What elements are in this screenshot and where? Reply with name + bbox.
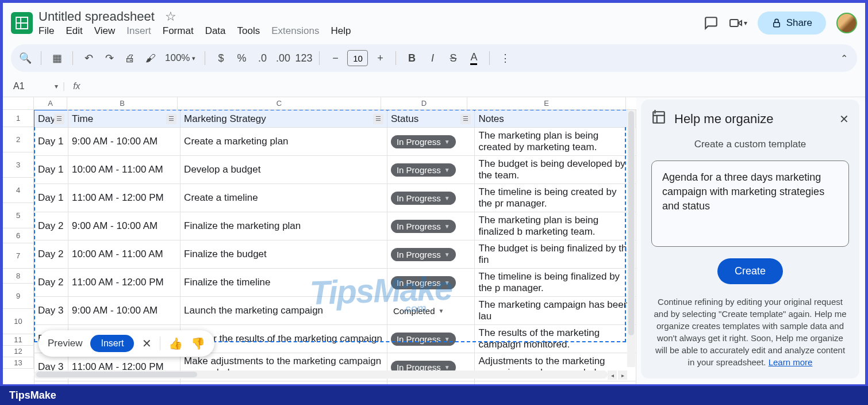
close-panel-icon[interactable]: ✕	[839, 112, 849, 126]
row-header[interactable]: 6	[3, 228, 34, 243]
row-header[interactable]: 12	[3, 346, 34, 357]
cell[interactable]: 11:00 AM - 12:00 PM	[68, 184, 180, 212]
decrease-font-icon[interactable]: −	[327, 49, 344, 67]
cell[interactable]: In Progress▼	[387, 269, 474, 297]
collapse-toolbar-icon[interactable]: ⌃	[840, 53, 848, 64]
menu-insert[interactable]: Insert	[126, 25, 151, 37]
cell[interactable]: 10:00 AM - 11:00 AM	[68, 240, 180, 269]
cell[interactable]: Finalize the marketing plan	[180, 212, 387, 240]
row-header[interactable]: 9	[3, 284, 34, 309]
cell[interactable]: 9:00 AM - 10:00 AM	[68, 212, 180, 240]
cell[interactable]: Day 2	[34, 269, 68, 297]
col-header-e[interactable]: E	[467, 97, 626, 109]
cell[interactable]: The budget is being finalized by the fin	[475, 240, 636, 269]
header-cell[interactable]: Marketing Strategy☰	[180, 110, 387, 128]
row-header[interactable]: 5	[3, 203, 34, 228]
cell[interactable]: The marketing plan is being created by m…	[475, 128, 636, 156]
print-icon[interactable]: 🖨	[121, 49, 139, 67]
thumbs-up-icon[interactable]: 👍	[168, 337, 183, 350]
decrease-decimal-icon[interactable]: .0	[254, 49, 271, 67]
name-box[interactable]: A1▾	[11, 81, 63, 91]
sheet-nav-left[interactable]: ◂	[608, 370, 617, 380]
percent-icon[interactable]: %	[233, 49, 250, 67]
cell[interactable]: Day 2	[34, 240, 68, 269]
row-header[interactable]: 3	[3, 152, 34, 178]
redo-icon[interactable]: ↷	[101, 49, 118, 67]
row-header[interactable]: 7	[3, 243, 34, 269]
header-cell[interactable]: Day☰	[34, 110, 68, 128]
document-title[interactable]: Untitled spreadsheet	[39, 9, 155, 24]
filter-icon[interactable]: ☰	[460, 114, 471, 124]
learn-more-link[interactable]: Learn more	[769, 357, 813, 367]
cell[interactable]: Finalize the budget	[180, 240, 387, 269]
create-button[interactable]: Create	[717, 258, 783, 284]
filter-icon[interactable]: ☰	[373, 114, 383, 124]
vertical-scrollbar[interactable]	[627, 110, 635, 367]
cell[interactable]: The marketing campaign has been lau	[475, 297, 636, 325]
sheet-nav-right[interactable]: ▸	[618, 370, 627, 380]
cell[interactable]: In Progress▼	[387, 240, 474, 269]
cell[interactable]	[387, 381, 474, 385]
cell[interactable]: The timeline is being created by the pr …	[475, 184, 636, 212]
meet-icon[interactable]: ▾	[729, 16, 747, 30]
paint-format-icon[interactable]: 🖌	[142, 49, 159, 67]
cell[interactable]: In Progress▼	[387, 184, 474, 212]
filter-icon[interactable]: ☰	[166, 114, 176, 124]
cell[interactable]: Create a timeline	[180, 184, 387, 212]
cell[interactable]: Day 1	[34, 156, 68, 184]
cell[interactable]: The budget is being developed by the tea…	[475, 156, 636, 184]
header-cell[interactable]: Status☰	[387, 110, 474, 128]
header-cell[interactable]: Notes	[475, 110, 636, 128]
currency-icon[interactable]: $	[212, 49, 229, 67]
share-button[interactable]: Share	[758, 12, 826, 35]
more-icon[interactable]: ⋮	[497, 49, 514, 67]
cell[interactable]: The results of the marketing campaign mo…	[475, 325, 636, 353]
cell[interactable]: 9:00 AM - 10:00 AM	[68, 297, 180, 325]
cell[interactable]: Day 3	[34, 297, 68, 325]
layout-icon[interactable]: ▦	[48, 49, 66, 67]
cell[interactable]: Day 2	[34, 212, 68, 240]
cell[interactable]: Day 1	[34, 184, 68, 212]
cell[interactable]: Finalize the timeline	[180, 269, 387, 297]
menu-data[interactable]: Data	[205, 25, 226, 37]
col-header-d[interactable]: D	[381, 97, 467, 109]
cell[interactable]	[180, 381, 387, 385]
cell[interactable]: Launch the marketing campaign	[180, 297, 387, 325]
row-header[interactable]: 4	[3, 178, 34, 203]
cell[interactable]: In Progress▼	[387, 128, 474, 156]
cell[interactable]: Day 1	[34, 128, 68, 156]
col-header-a[interactable]: A	[34, 97, 67, 109]
menu-edit[interactable]: Edit	[66, 25, 82, 37]
thumbs-down-icon[interactable]: 👎	[191, 337, 205, 350]
col-header-c[interactable]: C	[178, 97, 381, 109]
cell[interactable]	[475, 381, 636, 385]
menu-view[interactable]: View	[94, 25, 116, 37]
sheets-logo[interactable]	[11, 12, 33, 34]
insert-button[interactable]: Insert	[90, 335, 134, 352]
cell[interactable]: Develop a budget	[180, 156, 387, 184]
cell[interactable]: The marketing plan is being finalized b …	[475, 212, 636, 240]
row-header[interactable]: 10	[3, 309, 34, 334]
spreadsheet-grid[interactable]: A B C D E 1 2 3 4 5 6 7 8 9 10 11	[3, 97, 636, 384]
increase-font-icon[interactable]: +	[371, 49, 389, 67]
format-123-icon[interactable]: 123	[295, 49, 312, 67]
horizontal-scrollbar[interactable]	[34, 370, 608, 379]
close-icon[interactable]: ✕	[142, 337, 152, 350]
cell[interactable]: In Progress▼	[387, 325, 474, 353]
menu-help[interactable]: Help	[331, 25, 351, 37]
search-icon[interactable]: 🔍	[17, 49, 34, 67]
filter-icon[interactable]: ☰	[54, 114, 64, 124]
row-header[interactable]: 2	[3, 127, 34, 152]
cell[interactable]: The timeline is being finalized by the p…	[475, 269, 636, 297]
cell[interactable]: In Progress▼	[387, 156, 474, 184]
cell[interactable]	[34, 381, 68, 385]
bold-icon[interactable]: B	[403, 49, 420, 67]
cell[interactable]: In Progress▼	[387, 212, 474, 240]
cell[interactable]	[68, 381, 180, 385]
menu-format[interactable]: Format	[163, 25, 194, 37]
cell[interactable]: 11:00 AM - 12:00 PM	[68, 269, 180, 297]
prompt-input[interactable]: Agenda for a three days marketing campai…	[651, 161, 849, 247]
select-all-corner[interactable]	[3, 97, 34, 109]
menu-extensions[interactable]: Extensions	[271, 25, 319, 37]
increase-decimal-icon[interactable]: .00	[274, 49, 291, 67]
